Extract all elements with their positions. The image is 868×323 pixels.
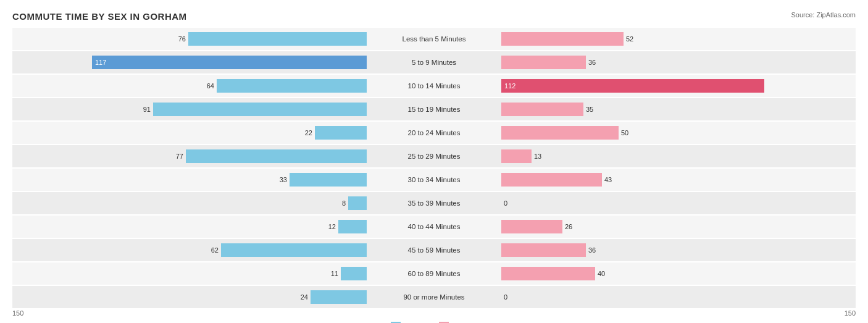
male-value: 11: [331, 270, 338, 277]
female-value: 0: [504, 293, 507, 301]
row-label: 20 to 24 Minutes: [370, 129, 498, 136]
chart-row: 835 to 39 Minutes0: [12, 192, 856, 214]
female-value: 26: [565, 223, 572, 230]
row-label: 90 or more Minutes: [370, 293, 498, 301]
left-bar-area: 24: [12, 286, 370, 308]
rows-area: 76Less than 5 Minutes521175 to 9 Minutes…: [12, 28, 856, 308]
female-bar: [501, 149, 532, 163]
chart-row: 2220 to 24 Minutes50: [12, 122, 856, 144]
chart-row: 76Less than 5 Minutes52: [12, 28, 856, 50]
male-bar: [348, 196, 367, 210]
left-bar-area: 91: [12, 98, 370, 120]
female-bar: [501, 32, 624, 46]
chart-container: COMMUTE TIME BY SEX IN GORHAM Source: Zi…: [0, 0, 868, 323]
male-value: 91: [143, 106, 151, 113]
female-bar: [501, 267, 595, 280]
male-bar: [188, 32, 367, 46]
left-bar-area: 11: [12, 262, 370, 285]
female-value: 36: [588, 59, 596, 66]
right-bar-area: 13: [498, 145, 856, 167]
row-label: Less than 5 Minutes: [370, 35, 498, 43]
row-label: 25 to 29 Minutes: [370, 153, 498, 160]
left-bar-area: 33: [12, 169, 370, 191]
row-label: 40 to 44 Minutes: [370, 223, 498, 230]
male-bar: 117: [92, 56, 367, 69]
left-bar-area: 22: [12, 122, 370, 144]
female-bar: [501, 126, 619, 140]
female-value: 35: [586, 106, 593, 113]
female-value: 40: [598, 270, 605, 277]
male-bar: [186, 149, 367, 163]
right-bar-area: 35: [498, 98, 856, 120]
left-bar-area: 64: [12, 75, 370, 97]
male-value: 62: [211, 246, 219, 254]
left-bar-area: 62: [12, 239, 370, 261]
female-value: 0: [504, 199, 507, 207]
left-bar-area: 117: [12, 51, 370, 73]
female-value: 13: [534, 153, 541, 160]
male-bar: [338, 220, 367, 233]
row-label: 30 to 34 Minutes: [370, 176, 498, 183]
row-label: 35 to 39 Minutes: [370, 199, 498, 207]
female-bar: [501, 220, 562, 233]
female-bar: [501, 56, 586, 69]
female-bar: [501, 243, 586, 257]
right-bar-area: 36: [498, 239, 856, 261]
row-label: 15 to 19 Minutes: [370, 106, 498, 113]
left-bar-area: 12: [12, 216, 370, 238]
female-bar: 112: [501, 79, 764, 93]
female-value: 43: [604, 176, 612, 183]
right-bar-area: 36: [498, 51, 856, 73]
right-bar-area: 52: [498, 28, 856, 50]
row-label: 45 to 59 Minutes: [370, 246, 498, 254]
right-bar-area: 0: [498, 286, 856, 308]
row-label: 60 to 89 Minutes: [370, 270, 498, 277]
female-bar: [501, 103, 583, 116]
male-bar: [341, 267, 367, 280]
source-text: Source: ZipAtlas.com: [791, 11, 856, 19]
chart-row: 1175 to 9 Minutes36: [12, 51, 856, 73]
male-bar: [315, 126, 367, 140]
chart-row: 7725 to 29 Minutes13: [12, 145, 856, 167]
right-bar-area: 26: [498, 216, 856, 238]
female-value: 52: [626, 35, 633, 43]
female-bar: [501, 173, 602, 187]
right-bar-area: 112: [498, 75, 856, 97]
left-bar-area: 76: [12, 28, 370, 50]
chart-title: COMMUTE TIME BY SEX IN GORHAM: [12, 11, 856, 22]
chart-row: 6410 to 14 Minutes112: [12, 75, 856, 97]
male-bar: [311, 290, 367, 304]
row-label: 5 to 9 Minutes: [370, 59, 498, 66]
male-value: 77: [176, 153, 183, 160]
male-value: 117: [92, 59, 109, 66]
male-value: 64: [207, 82, 214, 90]
chart-row: 3330 to 34 Minutes43: [12, 169, 856, 191]
right-bar-area: 40: [498, 262, 856, 285]
right-bar-area: 43: [498, 169, 856, 191]
row-label: 10 to 14 Minutes: [370, 82, 498, 90]
right-bar-area: 50: [498, 122, 856, 144]
female-value: 36: [588, 246, 596, 254]
male-value: 8: [342, 199, 346, 207]
male-bar: [153, 103, 367, 116]
axis-labels: 150 150: [12, 309, 856, 317]
male-bar: [290, 173, 367, 187]
chart-row: 6245 to 59 Minutes36: [12, 239, 856, 261]
male-value: 24: [301, 293, 308, 301]
male-value: 76: [178, 35, 186, 43]
female-value: 50: [621, 129, 628, 136]
chart-row: 1240 to 44 Minutes26: [12, 216, 856, 238]
axis-label-left: 150: [12, 309, 23, 317]
male-value: 22: [305, 129, 312, 136]
female-value: 112: [501, 82, 519, 90]
axis-label-right: 150: [845, 309, 856, 317]
chart-row: 2490 or more Minutes0: [12, 286, 856, 308]
male-value: 12: [328, 223, 336, 230]
chart-row: 9115 to 19 Minutes35: [12, 98, 856, 120]
left-bar-area: 8: [12, 192, 370, 214]
left-bar-area: 77: [12, 145, 370, 167]
right-bar-area: 0: [498, 192, 856, 214]
male-bar: [217, 79, 367, 93]
male-bar: [221, 243, 367, 257]
male-value: 33: [280, 176, 287, 183]
